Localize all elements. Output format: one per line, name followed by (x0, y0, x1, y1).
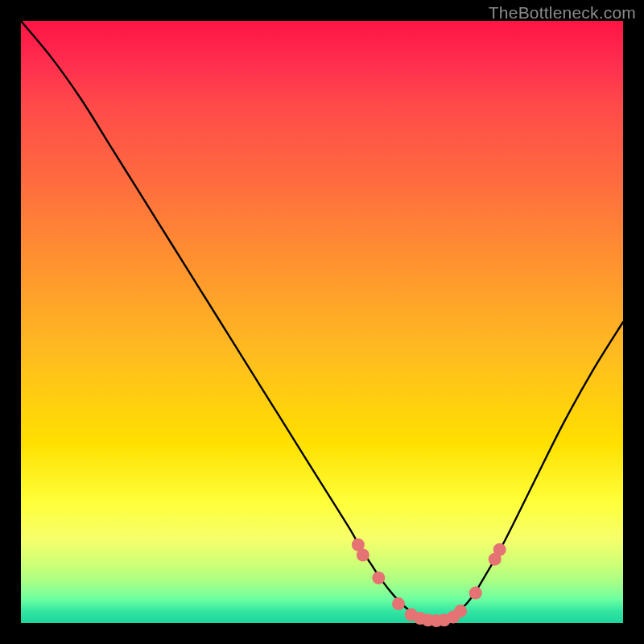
highlight-dot (357, 548, 369, 561)
highlight-dots-group (352, 539, 506, 627)
bottleneck-curve (21, 21, 623, 621)
curve-svg (21, 21, 623, 623)
watermark-text: TheBottleneck.com (489, 3, 636, 23)
highlight-dot (454, 605, 467, 617)
highlight-dot (392, 597, 405, 610)
highlight-dot (469, 587, 482, 600)
plot-area (21, 21, 623, 623)
chart-frame: TheBottleneck.com (0, 0, 644, 644)
highlight-dot (372, 572, 385, 584)
highlight-dot (493, 543, 506, 556)
